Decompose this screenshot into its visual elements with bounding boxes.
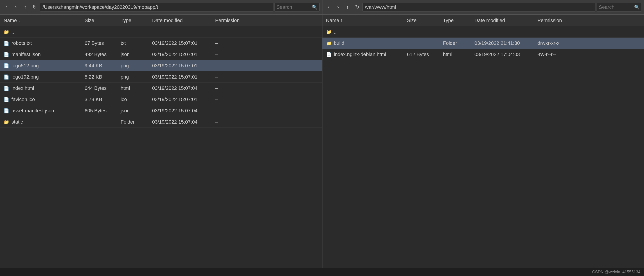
file-perm-cell: – xyxy=(215,40,318,46)
left-col-perm-header[interactable]: Permission xyxy=(215,18,318,24)
file-date-cell: 03/19/2022 15:07:01 xyxy=(152,97,215,102)
file-type-cell: Folder xyxy=(120,119,152,125)
file-name-cell: 📁 build xyxy=(326,40,407,46)
left-file-list: 📁 .. 📄 robots.txt 67 Bytes txt 03/19/202… xyxy=(0,26,322,268)
file-doc-icon: 📄 xyxy=(4,41,9,46)
file-name-label: .. xyxy=(334,29,337,35)
file-date-cell: 03/19/2022 21:41:30 xyxy=(474,40,538,46)
right-column-headers: Name ↑ Size Type Date modified Permissio… xyxy=(322,15,644,26)
file-name-cell: 📄 asset-manifest.json xyxy=(4,108,84,114)
file-name-label: index.nginx-debian.html xyxy=(334,52,386,57)
file-date-cell: 03/19/2022 15:07:04 xyxy=(152,119,215,125)
right-search-input[interactable] xyxy=(599,4,633,10)
file-perm-cell: – xyxy=(215,85,318,91)
file-name-label: .. xyxy=(12,29,14,35)
file-name-label: logo512.png xyxy=(12,63,39,69)
file-type-cell: json xyxy=(120,52,152,57)
file-name-cell: 📁 .. xyxy=(326,29,407,35)
file-name-label: asset-manifest.json xyxy=(12,108,54,114)
file-name-cell: 📄 robots.txt xyxy=(4,40,84,46)
right-col-name-header[interactable]: Name ↑ xyxy=(326,18,407,24)
file-type-cell: ico xyxy=(120,97,152,102)
file-row[interactable]: 📄 favicon.ico 3.78 KB ico 03/19/2022 15:… xyxy=(0,94,322,105)
right-col-type-header[interactable]: Type xyxy=(443,18,474,24)
status-text: CSDN @weixin_41555134 xyxy=(592,270,640,274)
file-row[interactable]: 📄 logo512.png 9.44 KB png 03/19/2022 15:… xyxy=(0,60,322,71)
left-col-type-header[interactable]: Type xyxy=(120,18,152,24)
file-perm-cell: drwxr-xr-x xyxy=(538,40,640,46)
file-name-cell: 📄 manifest.json xyxy=(4,52,84,57)
folder-icon: 📁 xyxy=(4,29,9,35)
file-type-cell: html xyxy=(443,52,474,57)
file-size-cell: 644 Bytes xyxy=(84,85,120,91)
left-col-size-header[interactable]: Size xyxy=(84,18,120,24)
right-col-perm-header[interactable]: Permission xyxy=(538,18,640,24)
file-name-label: manifest.json xyxy=(12,52,41,57)
file-row[interactable]: 📄 logo192.png 5.22 KB png 03/19/2022 15:… xyxy=(0,71,322,83)
left-back-button[interactable]: ‹ xyxy=(2,3,10,11)
file-perm-cell: – xyxy=(215,63,318,69)
left-forward-button[interactable]: › xyxy=(12,3,20,11)
file-type-cell: html xyxy=(120,85,152,91)
file-perm-cell: – xyxy=(215,52,318,57)
file-row[interactable]: 📁 .. xyxy=(322,26,644,38)
file-row[interactable]: 📁 build Folder 03/19/2022 21:41:30 drwxr… xyxy=(322,38,644,49)
file-doc-icon: 📄 xyxy=(4,108,9,113)
file-type-cell: png xyxy=(120,63,152,69)
left-col-name-header[interactable]: Name ↓ xyxy=(4,18,84,24)
file-name-label: logo192.png xyxy=(12,74,39,80)
file-name-cell: 📁 static xyxy=(4,119,84,125)
left-toolbar: ‹ › ↑ ↻ 🔍 xyxy=(0,0,322,15)
file-row[interactable]: 📁 .. xyxy=(0,26,322,38)
file-type-cell: json xyxy=(120,108,152,114)
file-type-cell: Folder xyxy=(443,40,474,46)
left-search-input[interactable] xyxy=(276,4,310,10)
folder-icon: 📁 xyxy=(326,41,332,46)
file-size-cell: 492 Bytes xyxy=(84,52,120,57)
right-col-date-header[interactable]: Date modified xyxy=(474,18,538,24)
file-name-label: static xyxy=(12,119,23,125)
left-path-input[interactable] xyxy=(40,3,273,12)
left-refresh-button[interactable]: ↻ xyxy=(30,3,39,11)
file-row[interactable]: 📄 robots.txt 67 Bytes txt 03/19/2022 15:… xyxy=(0,38,322,49)
file-row[interactable]: 📁 static Folder 03/19/2022 15:07:04 – xyxy=(0,116,322,128)
file-doc-icon: 📄 xyxy=(4,86,9,91)
right-back-button[interactable]: ‹ xyxy=(325,3,333,11)
file-size-cell: 5.22 KB xyxy=(84,74,120,80)
left-up-button[interactable]: ↑ xyxy=(21,3,29,11)
file-date-cell: 03/19/2022 15:07:01 xyxy=(152,74,215,80)
right-col-size-header[interactable]: Size xyxy=(407,18,443,24)
folder-icon: 📁 xyxy=(4,119,9,125)
file-row[interactable]: 📄 index.html 644 Bytes html 03/19/2022 1… xyxy=(0,83,322,94)
right-up-button[interactable]: ↑ xyxy=(344,3,352,11)
right-path-input[interactable] xyxy=(362,3,596,12)
file-size-cell: 612 Bytes xyxy=(407,52,443,57)
file-name-label: index.html xyxy=(12,85,34,91)
file-perm-cell: – xyxy=(215,108,318,114)
file-name-label: robots.txt xyxy=(12,40,32,46)
file-perm-cell: -rw-r--r-- xyxy=(538,52,640,57)
file-size-cell: 605 Bytes xyxy=(84,108,120,114)
right-search-icon-button[interactable]: 🔍 xyxy=(634,5,640,10)
file-perm-cell: – xyxy=(215,119,318,125)
right-forward-button[interactable]: › xyxy=(334,3,342,11)
right-sort-up-icon: ↑ xyxy=(340,18,342,23)
left-search-icon-button[interactable]: 🔍 xyxy=(312,5,318,10)
file-size-cell: 9.44 KB xyxy=(84,63,120,69)
folder-icon: 📁 xyxy=(326,29,332,35)
left-panel: ‹ › ↑ ↻ 🔍 Name ↓ Size Type Date modified… xyxy=(0,0,322,268)
file-date-cell: 03/19/2022 15:07:04 xyxy=(152,85,215,91)
file-date-cell: 03/19/2022 15:07:01 xyxy=(152,52,215,57)
file-date-cell: 03/19/2022 17:04:03 xyxy=(474,52,538,57)
file-row[interactable]: 📄 asset-manifest.json 605 Bytes json 03/… xyxy=(0,105,322,116)
file-doc-icon: 📄 xyxy=(4,63,9,69)
status-bar: CSDN @weixin_41555134 xyxy=(0,268,644,276)
file-row[interactable]: 📄 manifest.json 492 Bytes json 03/19/202… xyxy=(0,49,322,60)
file-size-cell: 67 Bytes xyxy=(84,40,120,46)
right-refresh-button[interactable]: ↻ xyxy=(353,3,361,11)
file-row[interactable]: 📄 index.nginx-debian.html 612 Bytes html… xyxy=(322,49,644,60)
left-col-date-header[interactable]: Date modified xyxy=(152,18,215,24)
file-perm-cell: – xyxy=(215,74,318,80)
file-doc-icon: 📄 xyxy=(4,74,9,80)
file-name-cell: 📄 logo192.png xyxy=(4,74,84,80)
